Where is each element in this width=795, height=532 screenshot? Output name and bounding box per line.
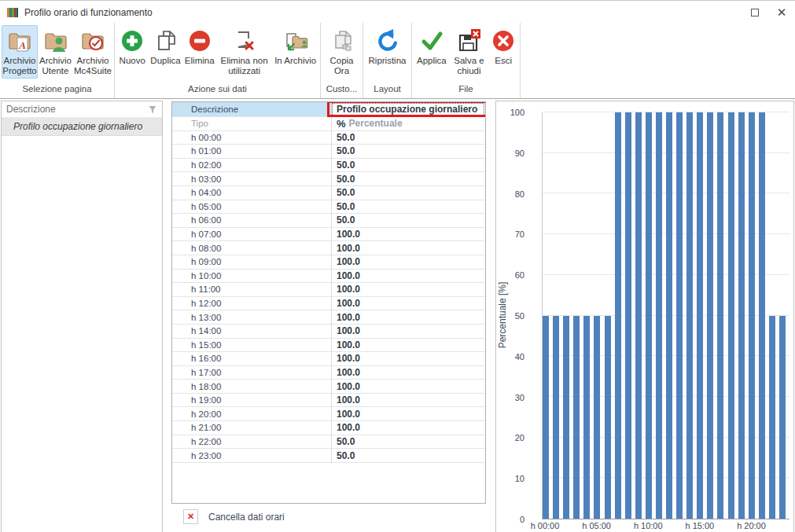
property-label: h 18:00 [172, 380, 331, 394]
property-value[interactable]: %Percentuale [331, 117, 485, 131]
property-label: h 07:00 [172, 228, 331, 242]
property-row[interactable]: h 12:00100.0 [172, 297, 485, 311]
ribbon-group-label: Custo... [321, 84, 363, 98]
property-value[interactable]: 100.0 [331, 325, 485, 339]
property-row[interactable]: h 23:0050.0 [172, 449, 485, 463]
property-row[interactable]: h 06:0050.0 [172, 214, 485, 228]
exit-icon [491, 28, 516, 53]
property-row[interactable]: h 10:00100.0 [172, 270, 485, 284]
property-value[interactable]: Profilo occupazione giornaliero [331, 102, 485, 117]
property-value[interactable]: 100.0 [331, 270, 485, 284]
property-value[interactable]: 100.0 [331, 241, 485, 255]
description-column-header[interactable]: Descrizione [2, 101, 162, 118]
in-archivio-button[interactable]: In Archivio [272, 25, 318, 68]
property-value[interactable]: 100.0 [331, 352, 485, 366]
property-row[interactable]: h 16:00100.0 [172, 352, 485, 366]
property-row[interactable]: h 02:0050.0 [172, 159, 485, 173]
property-row[interactable]: h 07:00100.0 [172, 228, 485, 242]
property-value[interactable]: 50.0 [331, 186, 485, 200]
window-title: Profilo orario di funzionamento [24, 7, 153, 18]
property-row[interactable]: h 17:00100.0 [172, 366, 485, 380]
profile-list-item[interactable]: Profilo occupazione giornaliero [2, 118, 162, 136]
button-label: Archivio Progetto [2, 56, 36, 76]
bar [666, 112, 672, 519]
property-label: h 09:00 [172, 255, 331, 270]
property-row[interactable]: DescrizioneProfilo occupazione giornalie… [172, 102, 485, 117]
bar [583, 316, 590, 519]
property-row[interactable]: h 13:00100.0 [172, 310, 485, 325]
bar [749, 112, 755, 519]
bar [543, 316, 549, 519]
property-value[interactable]: 100.0 [331, 228, 485, 242]
property-row[interactable]: h 01:0050.0 [172, 145, 485, 159]
property-value[interactable]: 50.0 [331, 159, 485, 173]
bar [605, 316, 611, 519]
property-value[interactable]: 50.0 [331, 214, 485, 228]
property-row[interactable]: h 03:0050.0 [172, 172, 485, 186]
property-value[interactable]: 50.0 [331, 172, 485, 186]
close-button[interactable]: ✕ [768, 2, 795, 23]
property-row[interactable]: h 21:00100.0 [172, 421, 485, 435]
property-row[interactable]: h 19:00100.0 [172, 394, 485, 408]
property-value[interactable]: 100.0 [331, 394, 485, 408]
property-row[interactable]: h 22:0050.0 [172, 435, 485, 449]
filter-icon[interactable] [148, 105, 157, 114]
copy-gray-icon [329, 28, 355, 53]
x-tick-label: h 10:00 [634, 521, 663, 530]
bar [759, 112, 765, 519]
property-row[interactable]: h 09:00100.0 [172, 255, 485, 270]
x-tick-label: h 15:00 [686, 521, 715, 530]
folder-mc4suite-icon [80, 28, 105, 53]
y-tick-label: 10 [515, 474, 524, 483]
y-axis-ticks: 0102030405060708090100 [496, 112, 532, 519]
property-value[interactable]: 50.0 [331, 145, 485, 159]
property-value[interactable]: 100.0 [331, 297, 485, 311]
property-value[interactable]: 100.0 [331, 255, 485, 270]
property-row[interactable]: h 11:00100.0 [172, 283, 485, 297]
archivio-progetto-button[interactable]: A Archivio Progetto [2, 25, 38, 79]
property-row[interactable]: h 20:00100.0 [172, 407, 485, 421]
applica-button[interactable]: Applica [414, 25, 450, 68]
nuovo-button[interactable]: Nuovo [116, 25, 148, 68]
elimina-non-utilizzati-button[interactable]: Elimina non utilizzati [216, 25, 272, 79]
property-value[interactable]: 50.0 [331, 449, 485, 463]
property-value[interactable]: 100.0 [331, 339, 485, 353]
y-tick-label: 80 [515, 189, 524, 199]
property-value[interactable]: 100.0 [331, 421, 485, 435]
property-label: h 10:00 [172, 270, 331, 284]
bar [738, 112, 745, 519]
archivio-mc4suite-button[interactable]: Archivio Mc4Suite [73, 25, 112, 79]
property-row[interactable]: h 18:00100.0 [172, 380, 485, 394]
property-row[interactable]: Tipo%Percentuale [172, 117, 485, 131]
archivio-utente-button[interactable]: Archivio Utente [38, 25, 73, 79]
duplica-button[interactable]: Duplica [148, 25, 182, 68]
property-label: h 15:00 [172, 339, 331, 353]
ripristina-button[interactable]: Ripristina [365, 25, 410, 68]
property-row[interactable]: h 08:00100.0 [172, 241, 485, 255]
elimina-button[interactable]: Elimina [183, 25, 216, 68]
property-value[interactable]: 100.0 [331, 380, 485, 394]
property-value[interactable]: 50.0 [331, 435, 485, 449]
property-value[interactable]: 100.0 [331, 310, 485, 325]
property-row[interactable]: h 05:0050.0 [172, 200, 485, 215]
property-value[interactable]: 100.0 [331, 366, 485, 380]
y-tick-label: 60 [515, 270, 524, 280]
bar [594, 316, 600, 519]
y-tick-label: 0 [520, 515, 524, 524]
property-label: h 17:00 [172, 366, 331, 380]
property-value[interactable]: 100.0 [331, 283, 485, 297]
maximize-button[interactable] [742, 2, 768, 23]
property-row[interactable]: h 04:0050.0 [172, 186, 485, 200]
button-label: Applica [417, 56, 447, 66]
property-value[interactable]: 100.0 [331, 407, 485, 421]
bar [779, 316, 786, 519]
esci-button[interactable]: Esci [488, 25, 518, 68]
property-value[interactable]: 50.0 [331, 200, 485, 215]
property-row[interactable]: h 15:00100.0 [172, 339, 485, 353]
salva-e-chiudi-button[interactable]: Salva e chiudi [450, 25, 489, 79]
property-row[interactable]: h 00:0050.0 [172, 131, 485, 145]
copia-ora-button[interactable]: Copia Ora [322, 25, 361, 79]
property-value[interactable]: 50.0 [331, 131, 485, 145]
property-row[interactable]: h 14:00100.0 [172, 325, 485, 339]
cancella-dati-orari-button[interactable]: ✕ Cancella dati orari [183, 509, 285, 524]
